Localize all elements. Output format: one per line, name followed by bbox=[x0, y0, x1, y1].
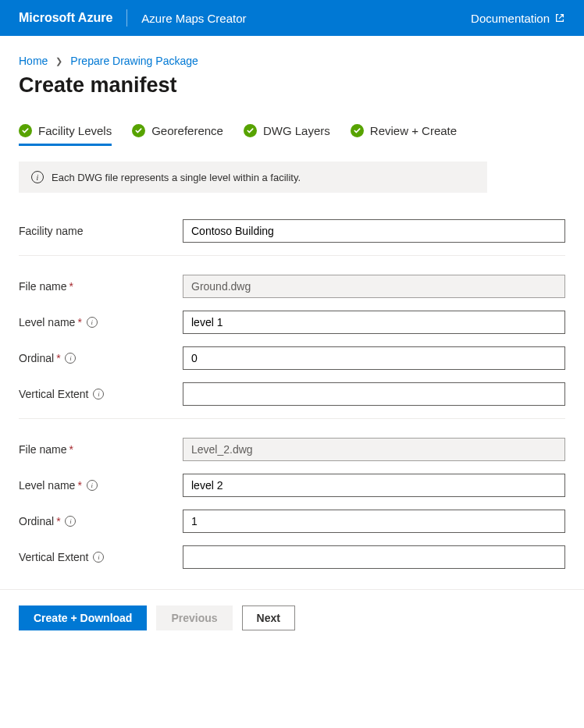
label-vertical-extent: Vertical Extent i bbox=[19, 388, 183, 400]
label-vertical-extent: Vertical Extent i bbox=[19, 551, 183, 563]
breadcrumb-home[interactable]: Home bbox=[19, 55, 48, 67]
info-icon[interactable]: i bbox=[93, 552, 104, 563]
brand-label: Microsoft Azure bbox=[19, 11, 112, 25]
create-download-button[interactable]: Create + Download bbox=[19, 605, 147, 630]
external-link-icon bbox=[554, 12, 565, 23]
facility-name-input[interactable] bbox=[183, 219, 565, 243]
info-banner: i Each DWG file represents a single leve… bbox=[19, 162, 487, 193]
check-icon bbox=[132, 124, 145, 137]
chevron-right-icon: ❯ bbox=[55, 56, 62, 66]
app-header: Microsoft Azure Azure Maps Creator Docum… bbox=[0, 0, 584, 36]
label-ordinal: Ordinal* i bbox=[19, 515, 183, 527]
label-file-name: File name* bbox=[19, 280, 183, 293]
file-name-input-0 bbox=[183, 275, 565, 298]
check-icon bbox=[351, 124, 364, 137]
documentation-link[interactable]: Documentation bbox=[471, 12, 565, 25]
page-title: Create manifest bbox=[19, 73, 565, 98]
label-level-name: Level name* i bbox=[19, 479, 183, 492]
level-name-input-1[interactable] bbox=[183, 474, 565, 497]
check-icon bbox=[19, 124, 32, 137]
info-icon: i bbox=[31, 171, 44, 183]
tab-label: DWG Layers bbox=[263, 124, 330, 137]
label-level-name: Level name* i bbox=[19, 316, 183, 328]
wizard-tabs: Facility Levels Georeference DWG Layers … bbox=[19, 124, 565, 146]
file-name-input-1 bbox=[183, 438, 565, 461]
info-icon[interactable]: i bbox=[93, 389, 104, 400]
breadcrumb: Home ❯ Prepare Drawing Package bbox=[19, 55, 565, 67]
info-icon[interactable]: i bbox=[65, 516, 76, 527]
label-facility-name: Facility name bbox=[19, 225, 183, 237]
tab-facility-levels[interactable]: Facility Levels bbox=[19, 124, 112, 146]
wizard-footer: Create + Download Previous Next bbox=[0, 590, 584, 646]
next-button[interactable]: Next bbox=[242, 605, 295, 630]
product-label: Azure Maps Creator bbox=[141, 12, 246, 25]
header-divider bbox=[126, 9, 127, 27]
vertical-extent-input-0[interactable] bbox=[183, 382, 565, 406]
tab-label: Facility Levels bbox=[38, 124, 112, 137]
tab-label: Georeference bbox=[151, 124, 223, 137]
tab-review-create[interactable]: Review + Create bbox=[351, 124, 457, 146]
previous-button: Previous bbox=[156, 605, 232, 630]
info-icon[interactable]: i bbox=[65, 353, 76, 364]
tab-dwg-layers[interactable]: DWG Layers bbox=[244, 124, 330, 146]
tab-label: Review + Create bbox=[370, 124, 457, 137]
section-divider bbox=[19, 418, 565, 419]
info-icon[interactable]: i bbox=[87, 480, 98, 491]
level-name-input-0[interactable] bbox=[183, 311, 565, 334]
breadcrumb-prepare[interactable]: Prepare Drawing Package bbox=[70, 55, 198, 67]
tab-georeference[interactable]: Georeference bbox=[132, 124, 223, 146]
section-divider bbox=[19, 255, 565, 256]
documentation-label: Documentation bbox=[471, 12, 550, 25]
label-file-name: File name* bbox=[19, 443, 183, 456]
ordinal-input-0[interactable] bbox=[183, 346, 565, 370]
vertical-extent-input-1[interactable] bbox=[183, 545, 565, 569]
label-ordinal: Ordinal* i bbox=[19, 352, 183, 364]
info-icon[interactable]: i bbox=[87, 317, 98, 328]
ordinal-input-1[interactable] bbox=[183, 510, 565, 533]
check-icon bbox=[244, 124, 257, 137]
info-banner-text: Each DWG file represents a single level … bbox=[52, 172, 301, 183]
